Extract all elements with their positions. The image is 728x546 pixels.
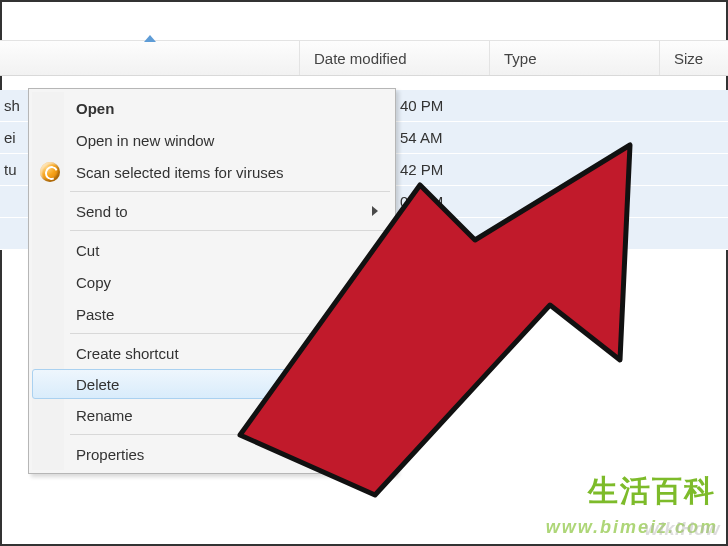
menu-label: Open in new window (76, 132, 214, 149)
menu-separator (70, 191, 390, 192)
menu-separator (70, 333, 390, 334)
menu-copy[interactable]: Copy (32, 266, 392, 298)
column-size[interactable]: Size (660, 41, 728, 75)
column-type[interactable]: Type (490, 41, 660, 75)
watermark-wikihow: wikiHow (644, 519, 720, 540)
row-name-stub: ei (4, 122, 20, 154)
menu-scan-viruses[interactable]: Scan selected items for viruses (32, 156, 392, 188)
sort-asc-icon (144, 35, 156, 42)
menu-separator (70, 434, 390, 435)
menu-delete[interactable]: Delete (32, 369, 392, 399)
row-name-stub: tu (4, 154, 20, 186)
column-name[interactable] (0, 41, 300, 75)
menu-send-to[interactable]: Send to (32, 195, 392, 227)
column-date-modified[interactable]: Date modified (300, 41, 490, 75)
column-label: Type (504, 50, 537, 67)
menu-open-new-window[interactable]: Open in new window (32, 124, 392, 156)
row-time: 42 PM (400, 161, 443, 178)
menu-label: Copy (76, 274, 111, 291)
row-time: 54 AM (400, 129, 443, 146)
menu-label: Open (76, 100, 114, 117)
column-label: Date modified (314, 50, 407, 67)
menu-separator (70, 230, 390, 231)
menu-rename[interactable]: Rename (32, 399, 392, 431)
menu-create-shortcut[interactable]: Create shortcut (32, 337, 392, 369)
menu-properties[interactable]: Properties (32, 438, 392, 470)
row-time: 52 AM (400, 225, 443, 242)
context-menu: Open Open in new window Scan selected it… (28, 88, 396, 474)
menu-label: Scan selected items for viruses (76, 164, 284, 181)
menu-open[interactable]: Open (32, 92, 392, 124)
submenu-arrow-icon (372, 206, 378, 216)
watermark-cn: 生活百科 (588, 471, 716, 512)
menu-cut[interactable]: Cut (32, 234, 392, 266)
row-time: 40 PM (400, 97, 443, 114)
menu-label: Rename (76, 407, 133, 424)
menu-label: Properties (76, 446, 144, 463)
menu-label: Send to (76, 203, 128, 220)
menu-label: Cut (76, 242, 99, 259)
row-time: 03 PM (400, 193, 443, 210)
column-label: Size (674, 50, 703, 67)
menu-label: Create shortcut (76, 345, 179, 362)
menu-label: Delete (76, 376, 119, 393)
antivirus-icon (40, 162, 60, 182)
menu-paste[interactable]: Paste (32, 298, 392, 330)
row-name-stub: sh (4, 90, 20, 122)
menu-label: Paste (76, 306, 114, 323)
column-header-bar: Date modified Type Size (0, 40, 728, 76)
